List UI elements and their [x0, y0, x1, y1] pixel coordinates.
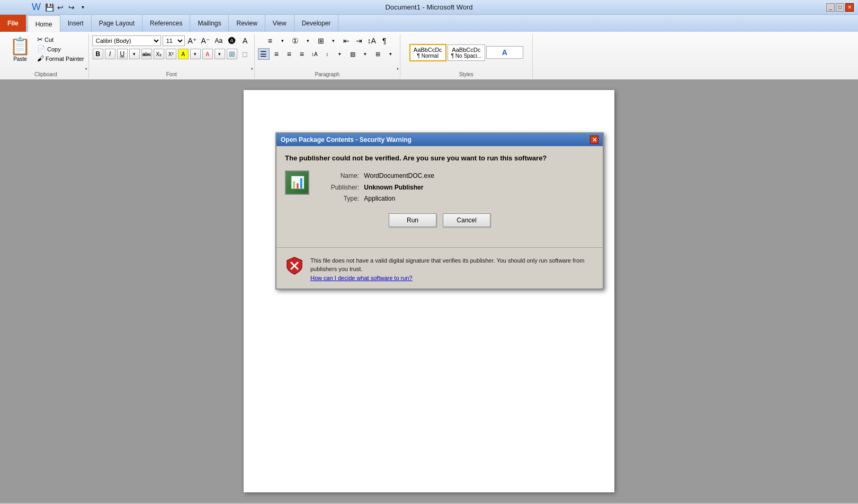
- paragraph-row-1: ≡ ▾ ① ▾ ⊞ ▾ ⇤ ⇥ ↕A ¶: [264, 35, 390, 47]
- paragraph-row-2: ☰ ≡ ≡ ≡ ↕A ↕ ▾ ▨ ▾ ⊞ ▾: [258, 48, 397, 60]
- underline-button[interactable]: U: [117, 49, 128, 59]
- font-size-select[interactable]: 11: [163, 35, 185, 46]
- word-icon: W: [32, 2, 41, 13]
- font-dialog-launcher[interactable]: 🔡: [227, 49, 237, 59]
- dialog-footer-content: This file does not have a valid digital …: [310, 256, 594, 281]
- tab-developer[interactable]: Developer: [294, 15, 339, 32]
- bold-button[interactable]: B: [93, 49, 103, 59]
- close-btn[interactable]: ✕: [845, 3, 854, 12]
- clipboard-expand-icon[interactable]: ⬧: [85, 66, 87, 71]
- dialog-overlay: Open Package Contents - Security Warning…: [244, 90, 614, 492]
- show-formatting-button[interactable]: ¶: [379, 35, 390, 47]
- numbering-dropdown[interactable]: ▾: [302, 35, 314, 47]
- redo-quick-btn[interactable]: ↪: [67, 3, 76, 12]
- strikethrough-button[interactable]: abc: [141, 49, 152, 59]
- tab-file[interactable]: File: [0, 15, 26, 32]
- run-button[interactable]: Run: [389, 213, 436, 227]
- tab-page-layout[interactable]: Page Layout: [92, 15, 142, 32]
- dialog-type-row: Type: Application: [317, 193, 434, 205]
- tab-references[interactable]: References: [142, 15, 190, 32]
- clipboard-mini-buttons: ✂ Cut 📄 Copy 🖌 Format Painter: [36, 35, 85, 63]
- publisher-value: Unknown Publisher: [364, 184, 423, 191]
- tab-home[interactable]: Home: [28, 15, 60, 32]
- name-value: WordDocumentDOC.exe: [364, 172, 434, 179]
- save-quick-btn[interactable]: 💾: [44, 3, 54, 12]
- borders-dropdown[interactable]: ▾: [385, 48, 397, 60]
- decrease-indent-button[interactable]: ⇤: [341, 35, 352, 47]
- font-row-1: Calibri (Body) 11 A⁺ A⁻ Aa 🅐 A: [92, 35, 251, 47]
- align-right-button[interactable]: ≡: [283, 48, 295, 60]
- text-highlight-dropdown[interactable]: ▾: [190, 49, 201, 59]
- tab-review[interactable]: Review: [229, 15, 265, 32]
- line-spacing-button[interactable]: ↕: [321, 48, 333, 60]
- undo-quick-btn[interactable]: ↩: [56, 3, 65, 12]
- restore-btn[interactable]: □: [836, 3, 844, 12]
- clear-formatting-button[interactable]: 🅐: [226, 35, 238, 47]
- dialog-close-button[interactable]: ✕: [590, 136, 598, 144]
- text-effects-button[interactable]: A: [239, 35, 251, 47]
- paragraph-group-label: Paragraph: [255, 71, 400, 77]
- font-color-dropdown[interactable]: ▾: [215, 49, 225, 59]
- font-expand-icon[interactable]: ⬧: [251, 66, 253, 71]
- tab-insert[interactable]: Insert: [60, 15, 92, 32]
- security-warning-dialog: Open Package Contents - Security Warning…: [275, 132, 604, 290]
- align-center-button[interactable]: ≡: [271, 48, 282, 60]
- style-normal-sublabel: ¶ Normal: [414, 53, 442, 59]
- bullets-dropdown[interactable]: ▾: [277, 35, 289, 47]
- minimize-btn[interactable]: _: [826, 3, 835, 12]
- copy-button[interactable]: 📄 Copy: [36, 44, 85, 53]
- copy-icon: 📄: [37, 45, 46, 53]
- superscript-button[interactable]: X²: [166, 49, 176, 59]
- line-spacing-dropdown[interactable]: ▾: [334, 48, 346, 60]
- clipboard-group-label: Clipboard: [3, 71, 88, 77]
- increase-indent-button[interactable]: ⇥: [353, 35, 365, 47]
- style-normal-label: AaBbCcDc: [414, 47, 442, 53]
- numbering-button[interactable]: ①: [290, 35, 301, 47]
- align-left-button[interactable]: ☰: [258, 48, 270, 60]
- font-shrink-button[interactable]: A⁻: [200, 35, 211, 47]
- format-painter-button[interactable]: 🖌 Format Painter: [36, 54, 85, 63]
- text-highlight-button[interactable]: A: [178, 49, 189, 59]
- format-painter-icon: 🖌: [37, 55, 44, 62]
- shield-warning-icon: [285, 256, 304, 275]
- dialog-buttons: Run Cancel: [285, 213, 594, 227]
- paragraph-expand-icon[interactable]: ⬧: [396, 66, 399, 71]
- bullets-button[interactable]: ≡: [264, 35, 276, 47]
- dialog-app-icon: 📊: [285, 170, 309, 195]
- text-direction-button[interactable]: ↕A: [309, 48, 320, 60]
- underline-dropdown[interactable]: ▾: [129, 49, 140, 59]
- italic-button[interactable]: I: [105, 49, 115, 59]
- change-case-button[interactable]: Aa: [213, 35, 225, 47]
- font-name-select[interactable]: Calibri (Body): [92, 35, 161, 46]
- app-icon-symbol: 📊: [290, 176, 305, 190]
- font-color-button[interactable]: A: [202, 49, 213, 59]
- dialog-divider: [276, 247, 603, 248]
- sort-button[interactable]: ↕A: [366, 35, 378, 47]
- shading-dropdown[interactable]: ▾: [360, 48, 371, 60]
- style-nospacing-button[interactable]: AaBbCcDc ¶ No Spaci...: [448, 44, 485, 61]
- font-grow-button[interactable]: A⁺: [186, 35, 198, 47]
- shading-button[interactable]: ▨: [347, 48, 359, 60]
- justify-button[interactable]: ≡: [296, 48, 308, 60]
- cut-button[interactable]: ✂ Cut: [36, 35, 85, 44]
- styles-group-label: Styles: [400, 71, 532, 77]
- style-heading1-button[interactable]: A: [486, 46, 523, 59]
- tab-mailings[interactable]: Mailings: [190, 15, 229, 32]
- subscript-button[interactable]: X₂: [154, 49, 164, 59]
- character-shading-button[interactable]: ⬚: [239, 48, 251, 60]
- multilevel-dropdown[interactable]: ▾: [328, 35, 339, 47]
- dialog-info-table: Name: WordDocumentDOC.exe Publisher: Unk…: [317, 170, 434, 205]
- paste-button[interactable]: 📋 Paste: [6, 35, 34, 63]
- name-label: Name:: [317, 170, 359, 182]
- dialog-info-row: 📊 Name: WordDocumentDOC.exe Publisher: U…: [285, 170, 594, 205]
- borders-button[interactable]: ⊞: [372, 48, 384, 60]
- dialog-titlebar: Open Package Contents - Security Warning…: [276, 133, 603, 146]
- cancel-button[interactable]: Cancel: [443, 213, 490, 227]
- multilevel-list-button[interactable]: ⊞: [315, 35, 327, 47]
- dialog-footer-link[interactable]: How can I decide what software to run?: [310, 275, 594, 281]
- cut-icon: ✂: [37, 35, 43, 43]
- customize-quick-btn[interactable]: ▾: [78, 3, 87, 12]
- style-normal-button[interactable]: AaBbCcDc ¶ Normal: [409, 44, 446, 61]
- tab-view[interactable]: View: [265, 15, 294, 32]
- dialog-body: The publisher could not be verified. Are…: [276, 146, 603, 243]
